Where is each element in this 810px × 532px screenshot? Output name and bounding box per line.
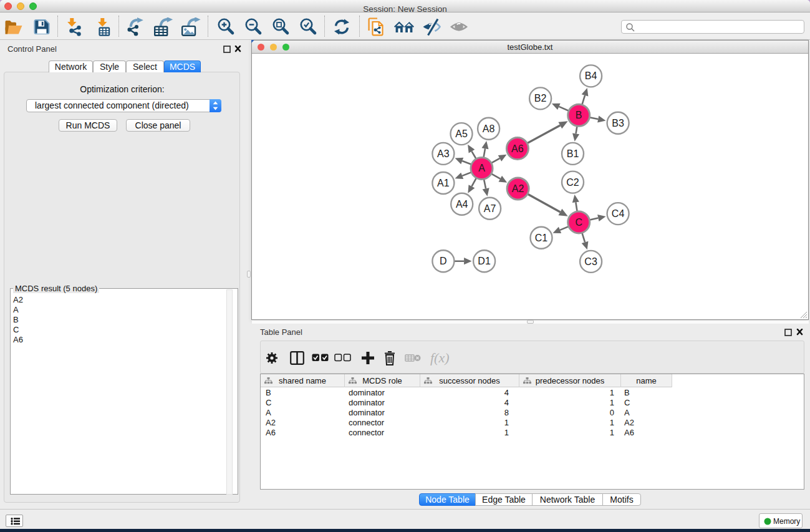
svg-text:A2: A2	[512, 183, 524, 194]
svg-text:A6: A6	[511, 143, 524, 154]
svg-text:A4: A4	[456, 199, 468, 210]
svg-text:C3: C3	[584, 256, 597, 267]
svg-text:B1: B1	[567, 148, 579, 159]
svg-text:C2: C2	[566, 177, 579, 188]
svg-text:C: C	[575, 217, 582, 228]
svg-text:B2: B2	[534, 93, 547, 104]
svg-text:A5: A5	[455, 128, 468, 139]
svg-text:A8: A8	[483, 123, 495, 134]
svg-text:A3: A3	[437, 148, 450, 159]
svg-text:A: A	[478, 163, 485, 173]
svg-text:A1: A1	[437, 178, 450, 188]
svg-text:B: B	[576, 110, 582, 120]
svg-text:D1: D1	[478, 256, 491, 266]
svg-text:B4: B4	[585, 70, 597, 81]
svg-text:A7: A7	[484, 203, 496, 214]
svg-text:B3: B3	[612, 118, 624, 128]
svg-text:D: D	[440, 256, 447, 266]
svg-text:C1: C1	[535, 233, 548, 243]
svg-text:C4: C4	[612, 208, 625, 219]
